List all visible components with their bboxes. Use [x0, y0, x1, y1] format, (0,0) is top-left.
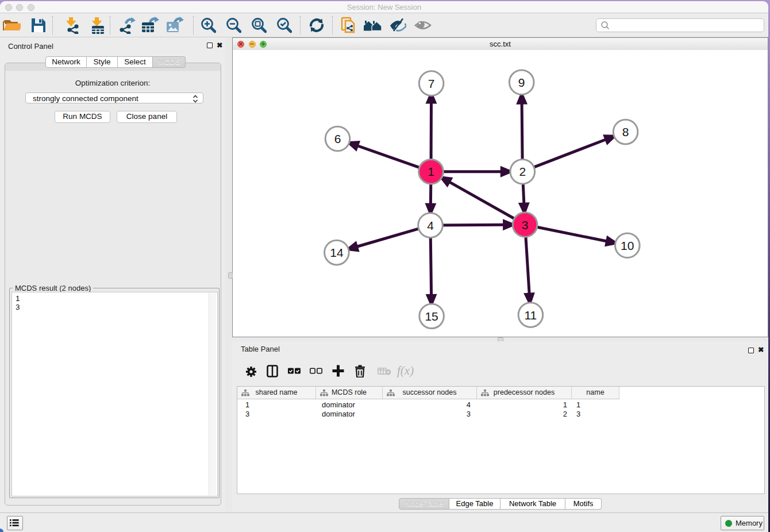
svg-text:1: 1	[428, 165, 434, 178]
svg-text:4: 4	[427, 219, 434, 232]
svg-text:6: 6	[334, 132, 341, 145]
svg-text:7: 7	[428, 77, 435, 90]
svg-text:10: 10	[621, 239, 634, 252]
svg-text:11: 11	[524, 309, 537, 322]
svg-text:9: 9	[518, 76, 525, 89]
svg-text:15: 15	[425, 310, 438, 323]
svg-text:3: 3	[522, 218, 529, 232]
svg-text:14: 14	[330, 246, 344, 259]
svg-text:2: 2	[519, 165, 526, 178]
svg-text:8: 8	[622, 125, 629, 138]
